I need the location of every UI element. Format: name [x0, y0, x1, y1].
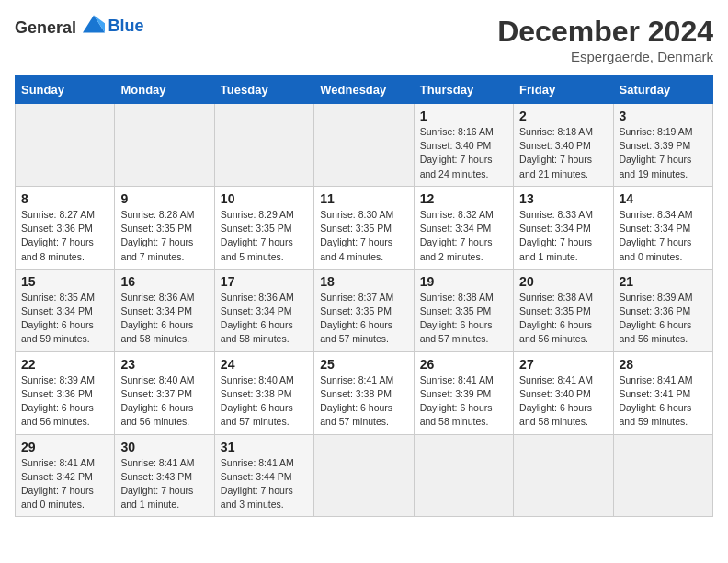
calendar-cell: 26Sunrise: 8:41 AMSunset: 3:39 PMDayligh… [414, 351, 513, 434]
calendar-cell [314, 104, 414, 187]
col-header-wednesday: Wednesday [314, 76, 414, 104]
calendar-cell: 31Sunrise: 8:41 AMSunset: 3:44 PMDayligh… [214, 434, 313, 517]
week-row-5: 29Sunrise: 8:41 AMSunset: 3:42 PMDayligh… [16, 434, 713, 517]
column-headers: SundayMondayTuesdayWednesdayThursdayFrid… [16, 76, 713, 104]
calendar-cell: 9Sunrise: 8:28 AMSunset: 3:35 PMDaylight… [115, 186, 214, 269]
calendar-cell: 29Sunrise: 8:41 AMSunset: 3:42 PMDayligh… [16, 434, 115, 517]
day-number: 23 [120, 357, 208, 372]
calendar-cell: 1Sunrise: 8:16 AMSunset: 3:40 PMDaylight… [414, 104, 513, 187]
day-info: Sunrise: 8:29 AMSunset: 3:35 PMDaylight:… [221, 209, 294, 262]
day-info: Sunrise: 8:18 AMSunset: 3:40 PMDaylight:… [519, 126, 593, 179]
calendar-table: SundayMondayTuesdayWednesdayThursdayFrid… [15, 75, 713, 517]
day-info: Sunrise: 8:32 AMSunset: 3:34 PMDaylight:… [420, 209, 494, 262]
day-info: Sunrise: 8:16 AMSunset: 3:40 PMDaylight:… [420, 126, 494, 179]
day-number: 16 [120, 274, 208, 289]
day-info: Sunrise: 8:41 AMSunset: 3:43 PMDaylight:… [120, 457, 194, 511]
calendar-cell: 8Sunrise: 8:27 AMSunset: 3:36 PMDaylight… [16, 186, 115, 269]
day-number: 28 [620, 357, 707, 372]
day-number: 21 [620, 274, 707, 289]
main-title: December 2024 [497, 15, 713, 49]
calendar-cell: 28Sunrise: 8:41 AMSunset: 3:41 PMDayligh… [613, 351, 712, 434]
col-header-friday: Friday [514, 76, 613, 104]
day-info: Sunrise: 8:41 AMSunset: 3:42 PMDaylight:… [21, 457, 95, 511]
day-info: Sunrise: 8:28 AMSunset: 3:35 PMDaylight:… [120, 209, 194, 262]
col-header-monday: Monday [115, 76, 214, 104]
calendar-cell: 25Sunrise: 8:41 AMSunset: 3:38 PMDayligh… [314, 351, 414, 434]
col-header-tuesday: Tuesday [214, 76, 313, 104]
calendar-cell: 10Sunrise: 8:29 AMSunset: 3:35 PMDayligh… [214, 186, 313, 269]
day-number: 25 [320, 357, 407, 372]
calendar-cell [414, 434, 513, 517]
calendar-cell [115, 104, 214, 187]
day-number: 10 [221, 191, 308, 206]
title-area: December 2024 Espergaerde, Denmark [497, 15, 713, 64]
day-number: 3 [620, 109, 707, 123]
logo-general: General [15, 18, 76, 37]
calendar-cell: 17Sunrise: 8:36 AMSunset: 3:34 PMDayligh… [214, 269, 313, 351]
day-info: Sunrise: 8:40 AMSunset: 3:38 PMDaylight:… [221, 374, 294, 428]
calendar-cell: 13Sunrise: 8:33 AMSunset: 3:34 PMDayligh… [514, 186, 613, 269]
day-number: 20 [519, 274, 607, 289]
calendar-cell: 30Sunrise: 8:41 AMSunset: 3:43 PMDayligh… [115, 434, 214, 517]
day-info: Sunrise: 8:36 AMSunset: 3:34 PMDaylight:… [120, 292, 194, 345]
calendar-cell [314, 434, 414, 517]
day-number: 13 [519, 191, 607, 206]
calendar-cell: 3Sunrise: 8:19 AMSunset: 3:39 PMDaylight… [613, 104, 712, 187]
day-info: Sunrise: 8:19 AMSunset: 3:39 PMDaylight:… [620, 126, 693, 179]
day-info: Sunrise: 8:30 AMSunset: 3:35 PMDaylight:… [320, 209, 393, 262]
day-info: Sunrise: 8:41 AMSunset: 3:40 PMDaylight:… [519, 374, 593, 428]
calendar-cell: 22Sunrise: 8:39 AMSunset: 3:36 PMDayligh… [16, 351, 115, 434]
day-number: 27 [519, 357, 607, 372]
day-info: Sunrise: 8:41 AMSunset: 3:41 PMDaylight:… [620, 374, 693, 428]
week-row-1: 1Sunrise: 8:16 AMSunset: 3:40 PMDaylight… [16, 104, 713, 187]
calendar-cell: 19Sunrise: 8:38 AMSunset: 3:35 PMDayligh… [414, 269, 513, 351]
calendar-cell [214, 104, 313, 187]
calendar-cell: 24Sunrise: 8:40 AMSunset: 3:38 PMDayligh… [214, 351, 313, 434]
day-number: 14 [620, 191, 707, 206]
logo-blue: Blue [108, 17, 144, 35]
col-header-saturday: Saturday [613, 76, 712, 104]
calendar-cell: 2Sunrise: 8:18 AMSunset: 3:40 PMDaylight… [514, 104, 613, 187]
calendar-cell: 16Sunrise: 8:36 AMSunset: 3:34 PMDayligh… [115, 269, 214, 351]
day-info: Sunrise: 8:39 AMSunset: 3:36 PMDaylight:… [620, 292, 693, 345]
day-number: 18 [320, 274, 407, 289]
day-number: 2 [519, 109, 607, 123]
week-row-3: 15Sunrise: 8:35 AMSunset: 3:34 PMDayligh… [16, 269, 713, 351]
day-number: 26 [420, 357, 507, 372]
header: General Blue December 2024 Espergaerde, … [15, 15, 713, 64]
day-number: 8 [21, 191, 108, 206]
day-info: Sunrise: 8:40 AMSunset: 3:37 PMDaylight:… [120, 374, 194, 428]
col-header-thursday: Thursday [414, 76, 513, 104]
day-number: 9 [120, 191, 208, 206]
day-info: Sunrise: 8:33 AMSunset: 3:34 PMDaylight:… [519, 209, 593, 262]
day-info: Sunrise: 8:36 AMSunset: 3:34 PMDaylight:… [221, 292, 294, 345]
calendar-cell: 14Sunrise: 8:34 AMSunset: 3:34 PMDayligh… [613, 186, 712, 269]
day-info: Sunrise: 8:39 AMSunset: 3:36 PMDaylight:… [21, 374, 95, 428]
calendar-cell: 21Sunrise: 8:39 AMSunset: 3:36 PMDayligh… [613, 269, 712, 351]
day-info: Sunrise: 8:38 AMSunset: 3:35 PMDaylight:… [420, 292, 494, 345]
calendar-cell [613, 434, 712, 517]
day-number: 22 [21, 357, 108, 372]
day-info: Sunrise: 8:35 AMSunset: 3:34 PMDaylight:… [21, 292, 95, 345]
day-number: 24 [221, 357, 308, 372]
day-number: 19 [420, 274, 507, 289]
subtitle: Espergaerde, Denmark [497, 49, 713, 64]
day-info: Sunrise: 8:38 AMSunset: 3:35 PMDaylight:… [519, 292, 593, 345]
calendar-cell [514, 434, 613, 517]
day-info: Sunrise: 8:41 AMSunset: 3:44 PMDaylight:… [221, 457, 294, 511]
day-number: 11 [320, 191, 407, 206]
calendar-cell [16, 104, 115, 187]
day-info: Sunrise: 8:34 AMSunset: 3:34 PMDaylight:… [620, 209, 693, 262]
day-number: 17 [221, 274, 308, 289]
col-header-sunday: Sunday [16, 76, 115, 104]
week-row-2: 8Sunrise: 8:27 AMSunset: 3:36 PMDaylight… [16, 186, 713, 269]
day-number: 15 [21, 274, 108, 289]
week-row-4: 22Sunrise: 8:39 AMSunset: 3:36 PMDayligh… [16, 351, 713, 434]
calendar-cell: 12Sunrise: 8:32 AMSunset: 3:34 PMDayligh… [414, 186, 513, 269]
logo-icon [83, 15, 105, 33]
calendar-cell: 23Sunrise: 8:40 AMSunset: 3:37 PMDayligh… [115, 351, 214, 434]
calendar-cell: 27Sunrise: 8:41 AMSunset: 3:40 PMDayligh… [514, 351, 613, 434]
day-number: 29 [21, 440, 108, 454]
day-info: Sunrise: 8:41 AMSunset: 3:38 PMDaylight:… [320, 374, 393, 428]
day-number: 30 [120, 440, 208, 454]
